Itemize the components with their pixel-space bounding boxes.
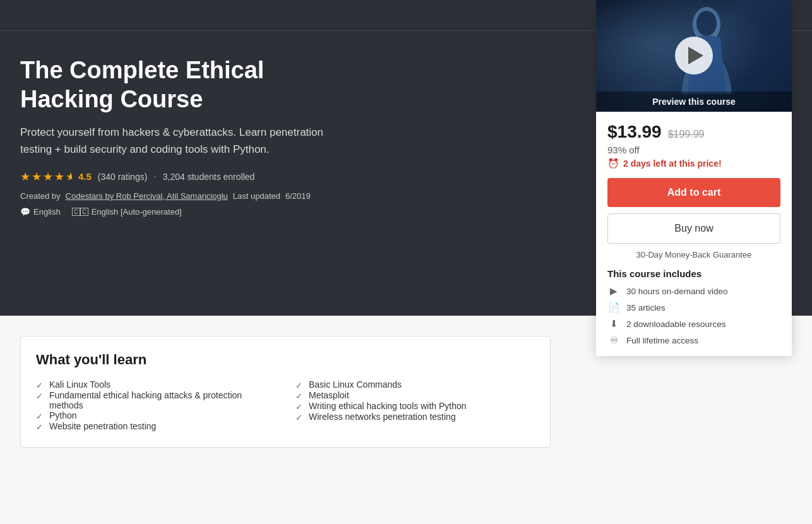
clock-icon: ⏰ [607, 158, 619, 169]
hero-left: The Complete Ethical Hacking Course Prot… [20, 56, 538, 217]
learn-item-python-text: Python [49, 410, 77, 420]
learn-item-wireless-text: Wireless networks penetration testing [309, 412, 456, 422]
learn-item-kali: ✓ Kali Linux Tools [36, 379, 275, 390]
checkmark-icon-3: ✓ [36, 412, 43, 421]
includes-resources-text: 2 downloadable resources [626, 319, 726, 329]
card-body: $13.99 $199.99 93% off ⏰ 2 days left at … [596, 112, 792, 356]
learn-grid: ✓ Kali Linux Tools ✓ Fundamental ethical… [36, 379, 535, 432]
star-half: ★ [66, 170, 72, 184]
video-icon: ▶ [607, 285, 620, 297]
checkmark-icon-7: ✓ [296, 402, 302, 412]
includes-lifetime: ♾ Full lifetime access [607, 335, 780, 346]
learn-item-tools: ✓ Writing ethical hacking tools with Pyt… [296, 401, 535, 412]
checkmark-icon-5: ✓ [296, 381, 302, 390]
price-row: $13.99 $199.99 [607, 122, 780, 142]
includes-title: This course includes [607, 268, 780, 279]
preview-label: Preview this course [596, 92, 792, 112]
star-4: ★ [54, 170, 64, 184]
star-3: ★ [43, 170, 53, 184]
created-by-label: Created by [20, 191, 61, 201]
learn-item-website-text: Website penetration testing [49, 421, 156, 431]
language-value: English [33, 207, 61, 217]
includes-articles-text: 35 articles [626, 303, 666, 313]
includes-lifetime-text: Full lifetime access [626, 336, 698, 345]
star-rating: ★ ★ ★ ★ ★ [20, 170, 72, 184]
play-triangle-icon [688, 47, 703, 64]
students-enrolled: 3,204 students enrolled [163, 172, 255, 182]
price-original: $199.99 [668, 129, 705, 140]
learn-item-metasploit-text: Metasploit [309, 390, 349, 400]
checkmark-icon-4: ✓ [36, 422, 43, 432]
course-subtitle: Protect yourself from hackers & cyberatt… [20, 124, 323, 158]
last-updated-label: Last updated [233, 191, 280, 201]
lifetime-icon: ♾ [607, 335, 620, 346]
discount-percent: 93% off [607, 145, 780, 155]
sidebar-card: Preview this course $13.99 $199.99 93% o… [596, 0, 792, 356]
money-back-guarantee: 30-Day Money-Back Guarantee [607, 250, 780, 259]
learn-item-tools-text: Writing ethical hacking tools with Pytho… [309, 401, 467, 411]
learn-item-python: ✓ Python [36, 410, 275, 421]
learn-item-ethical: ✓ Fundamental ethical hacking attacks & … [36, 390, 275, 410]
add-to-cart-button[interactable]: Add to cart [607, 178, 780, 207]
learn-item-website: ✓ Website penetration testing [36, 421, 275, 432]
includes-resources: ⬇ 2 downloadable resources [607, 318, 780, 330]
star-1: ★ [20, 170, 30, 184]
separator: · [153, 171, 156, 182]
language-cc-item: 🄲🄲 English [Auto-generated] [72, 207, 182, 217]
includes-list: ▶ 30 hours on-demand video 📄 35 articles… [607, 285, 780, 346]
learn-right-col: ✓ Basic Linux Commands ✓ Metasploit ✓ Wr… [296, 379, 535, 432]
learn-item-ethical-text: Fundamental ethical hacking attacks & pr… [49, 390, 275, 410]
learn-item-linux-text: Basic Linux Commands [309, 379, 402, 390]
rating-value: 4.5 [78, 171, 92, 182]
rating-count: (340 ratings) [98, 172, 148, 182]
checkmark-icon-6: ✓ [296, 391, 302, 401]
speech-bubble-icon: 💬 [20, 207, 30, 217]
cc-icon: 🄲🄲 [72, 207, 88, 217]
includes-articles: 📄 35 articles [607, 302, 780, 313]
language-row: 💬 English 🄲🄲 English [Auto-generated] [20, 207, 323, 217]
language-cc-value: English [Auto-generated] [92, 207, 182, 217]
meta-row: Created by Codestars by Rob Percival, At… [20, 191, 323, 201]
star-2: ★ [32, 170, 42, 184]
learn-card: What you'll learn ✓ Kali Linux Tools ✓ F… [20, 336, 551, 448]
learn-item-wireless: ✓ Wireless networks penetration testing [296, 412, 535, 422]
course-title: The Complete Ethical Hacking Course [20, 56, 323, 114]
checkmark-icon-8: ✓ [296, 413, 302, 422]
rating-row: ★ ★ ★ ★ ★ 4.5 (340 ratings) · 3,204 stud… [20, 170, 323, 184]
instructor-link[interactable]: Codestars by Rob Percival, Atil Samancio… [66, 191, 228, 201]
course-preview[interactable]: Preview this course [596, 0, 792, 112]
svg-point-1 [696, 11, 717, 36]
urgency-text: 2 days left at this price! [623, 158, 722, 169]
last-updated-value: 6/2019 [285, 191, 311, 201]
language-item: 💬 English [20, 207, 61, 217]
download-icon: ⬇ [607, 318, 620, 330]
learn-item-metasploit: ✓ Metasploit [296, 390, 535, 401]
checkmark-icon-2: ✓ [36, 391, 43, 401]
learn-left-col: ✓ Kali Linux Tools ✓ Fundamental ethical… [36, 379, 275, 432]
learn-item-kali-text: Kali Linux Tools [49, 379, 110, 390]
play-button[interactable] [675, 37, 713, 74]
price-current: $13.99 [607, 122, 662, 142]
article-icon: 📄 [607, 302, 620, 313]
urgency-notice: ⏰ 2 days left at this price! [607, 158, 780, 169]
includes-video-text: 30 hours on-demand video [626, 287, 728, 296]
hero-content: The Complete Ethical Hacking Course Prot… [0, 31, 812, 247]
hero-section: 🎁 Gift This Course ♡ Wishlist The Comple… [0, 0, 812, 316]
checkmark-icon-1: ✓ [36, 381, 43, 390]
buy-now-button[interactable]: Buy now [607, 213, 780, 244]
includes-video: ▶ 30 hours on-demand video [607, 285, 780, 297]
learn-item-linux: ✓ Basic Linux Commands [296, 379, 535, 390]
learn-title: What you'll learn [36, 352, 535, 368]
